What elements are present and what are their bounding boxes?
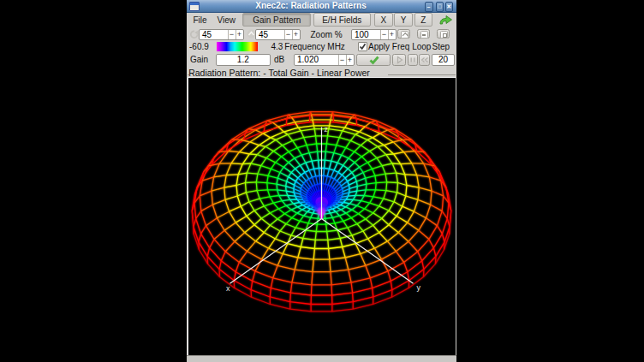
svg-text:z: z: [325, 125, 329, 134]
svg-text:x: x: [226, 284, 230, 293]
svg-text:y: y: [417, 283, 421, 292]
